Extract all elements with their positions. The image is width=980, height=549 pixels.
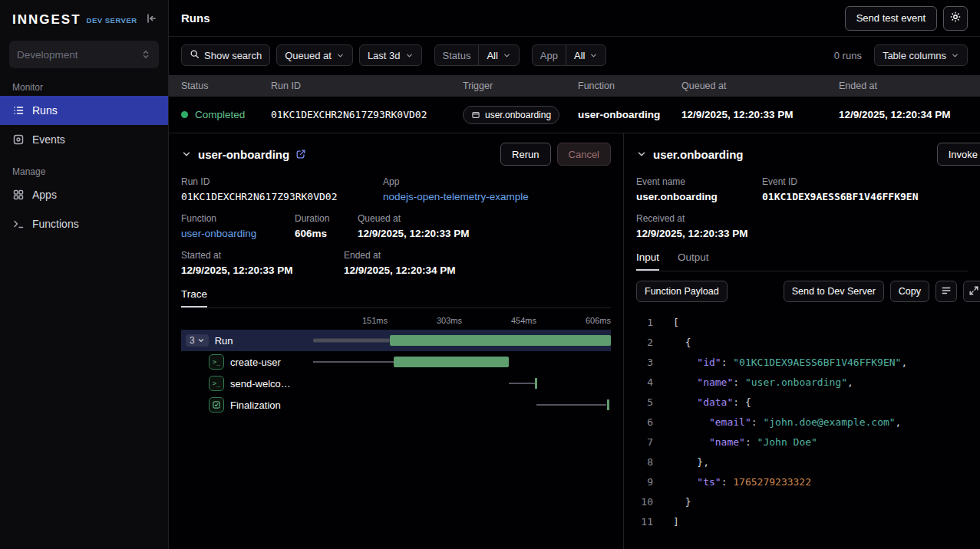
payload-toolbar-actions: Send to Dev Server Copy <box>784 281 968 302</box>
event-title: user.onboarding <box>653 148 744 161</box>
monitor-nav: Runs Events <box>0 96 168 154</box>
tab-input[interactable]: Input <box>636 251 659 271</box>
run-fields-row-2: Function user-onboarding Duration 606ms … <box>181 213 611 239</box>
column-header-queued-at: Queued at <box>681 81 839 91</box>
code-line: 2 { <box>636 333 968 353</box>
code-block[interactable]: 1[2 {3 "id": "01KC1DEX9AESS6BF1V46FFK9EN… <box>636 313 968 532</box>
expand-icon <box>968 285 979 298</box>
queued-at-label: Queued at <box>285 50 332 61</box>
function-link[interactable]: user-onboarding <box>181 228 276 239</box>
event-id-label: Event ID <box>762 176 919 187</box>
trace-span-tick <box>535 378 537 389</box>
trace-collapse-toggle[interactable]: 3 <box>186 334 209 347</box>
column-header-ended-at: Ended at <box>839 81 980 91</box>
started-at-field: Started at 12/9/2025, 12:20:33 PM <box>181 250 325 276</box>
status-filter-label: Status <box>435 45 479 65</box>
run-tabs: Trace <box>181 288 611 308</box>
function-label: Function <box>181 213 276 224</box>
run-actions: Rerun Cancel <box>500 143 611 166</box>
ended-at-value: 12/9/2025, 12:20:34 PM <box>344 265 456 276</box>
code-line: 7 "name": "John Doe" <box>636 432 968 452</box>
queued-at-field: Queued at 12/9/2025, 12:20:33 PM <box>358 213 470 239</box>
tab-trace[interactable]: Trace <box>181 288 207 307</box>
details-area: user-onboarding Rerun Cancel Run ID 01KC… <box>169 133 980 549</box>
trace-row-label: send-welco… <box>230 378 291 390</box>
event-fields-row: Event name user.onboarding Event ID 01KC… <box>636 176 968 202</box>
code-line: 8 }, <box>636 452 968 472</box>
code-line: 9 "ts": 1765279233322 <box>636 472 968 492</box>
run-id-label: Run ID <box>181 176 365 187</box>
ended-at-field: Ended at 12/9/2025, 12:20:34 PM <box>344 250 456 276</box>
show-search-button[interactable]: Show search <box>181 44 270 66</box>
finalization-step-icon <box>209 397 224 413</box>
collapse-run-panel-icon[interactable] <box>181 149 192 159</box>
runs-icon <box>12 104 25 117</box>
sidebar-collapse-button[interactable] <box>144 11 159 28</box>
column-header-status: Status <box>169 81 271 91</box>
app-filter-value[interactable]: All <box>566 45 605 65</box>
trace-row[interactable]: >_create-user <box>181 351 611 373</box>
page-title: Runs <box>181 12 210 25</box>
search-icon <box>190 49 200 61</box>
trace-row[interactable]: >_send-welco… <box>181 373 611 394</box>
queued-at-filter[interactable]: Queued at <box>276 44 353 66</box>
code-line: 3 "id": "01KC1DEX9AESS6BF1V46FFK9EN", <box>636 353 968 373</box>
sidebar-item-runs[interactable]: Runs <box>0 96 168 125</box>
run-fields-row-1: Run ID 01KC1DEXCHR2N617Z93RK0VD02 App no… <box>181 176 611 202</box>
axis-tick-label: 606ms <box>586 316 611 325</box>
event-actions: Invoke <box>937 143 968 166</box>
axis-tick-label: 454ms <box>511 316 536 325</box>
wrap-text-button[interactable] <box>935 281 957 302</box>
sidebar-item-apps[interactable]: Apps <box>0 180 168 209</box>
trace-span-bar <box>394 357 510 367</box>
status-dot-icon <box>181 111 188 118</box>
app-link[interactable]: nodejs-open-telemetry-example <box>383 191 529 202</box>
collapse-event-panel-icon[interactable] <box>636 149 647 159</box>
app-field: App nodejs-open-telemetry-example <box>383 176 529 202</box>
expand-button[interactable] <box>963 281 980 302</box>
send-test-event-button[interactable]: Send test event <box>845 6 937 31</box>
environment-name: Development <box>17 49 78 61</box>
chevron-down-icon <box>589 51 598 60</box>
trace-span-queue <box>313 339 390 343</box>
sidebar-section-monitor: Monitor <box>12 82 156 93</box>
external-link-icon[interactable] <box>295 149 306 159</box>
trace-axis: 151ms303ms454ms606ms <box>313 314 611 330</box>
table-row[interactable]: Completed 01KC1DEXCHR2N617Z93RK0VD02 use… <box>169 97 980 133</box>
duration-value: 606ms <box>295 228 339 239</box>
tab-output[interactable]: Output <box>678 251 709 271</box>
status-text: Completed <box>195 109 245 120</box>
trigger-name: user.onboarding <box>485 110 551 120</box>
settings-button[interactable] <box>943 6 968 31</box>
trace-row-bars <box>313 373 611 394</box>
duration-field: Duration 606ms <box>295 213 339 239</box>
copy-button[interactable]: Copy <box>890 281 929 302</box>
table-columns-button[interactable]: Table columns <box>874 44 968 66</box>
time-range-filter[interactable]: Last 3d <box>359 44 422 66</box>
trigger-badge[interactable]: user.onboarding <box>463 106 559 124</box>
invoke-button[interactable]: Invoke <box>937 143 980 166</box>
app-label: App <box>383 176 529 187</box>
event-name-label: Event name <box>636 176 744 187</box>
trace-row-label: create-user <box>230 357 281 368</box>
event-id-value: 01KC1DEX9AESS6BF1V46FFK9EN <box>762 191 919 202</box>
sidebar-item-functions[interactable]: Functions <box>0 209 168 238</box>
sidebar-item-events[interactable]: Events <box>0 125 168 154</box>
function-field: Function user-onboarding <box>181 213 276 239</box>
collapse-sidebar-icon <box>145 12 157 27</box>
chevron-down-icon <box>503 51 511 60</box>
environment-selector[interactable]: Development <box>9 41 159 68</box>
trace-row[interactable]: Finalization <box>181 394 611 416</box>
run-id-field: Run ID 01KC1DEXCHR2N617Z93RK0VD02 <box>181 176 365 202</box>
send-to-dev-server-button[interactable]: Send to Dev Server <box>784 281 884 302</box>
rerun-button[interactable]: Rerun <box>500 143 550 166</box>
main-content: Runs Send test event Show search Queued … <box>169 0 980 549</box>
status-filter-value[interactable]: All <box>478 45 518 65</box>
cancel-button[interactable]: Cancel <box>557 143 611 166</box>
sidebar-section-manage: Manage <box>12 166 156 177</box>
payload-toolbar: Function Payload Send to Dev Server Copy <box>636 281 968 302</box>
trace-row-label: Finalization <box>230 399 281 411</box>
function-payload-chip[interactable]: Function Payload <box>636 281 728 302</box>
axis-tick-label: 303ms <box>437 316 462 325</box>
trace-row[interactable]: 3Run <box>181 330 611 351</box>
